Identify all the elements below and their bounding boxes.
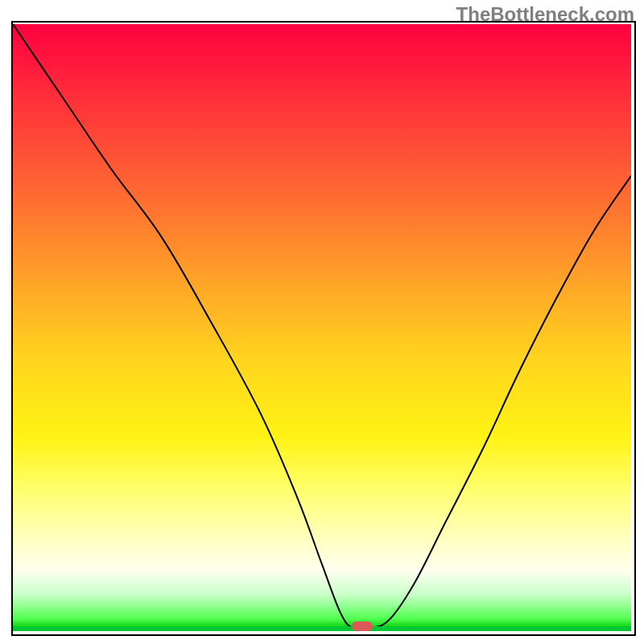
curve-svg — [13, 24, 631, 631]
baseline-bar — [13, 626, 631, 631]
chart-container: TheBottleneck.com — [0, 0, 644, 644]
bottleneck-curve — [13, 24, 631, 630]
plot-area — [13, 24, 631, 631]
attribution-text: TheBottleneck.com — [456, 3, 634, 26]
optimal-marker — [352, 621, 373, 631]
